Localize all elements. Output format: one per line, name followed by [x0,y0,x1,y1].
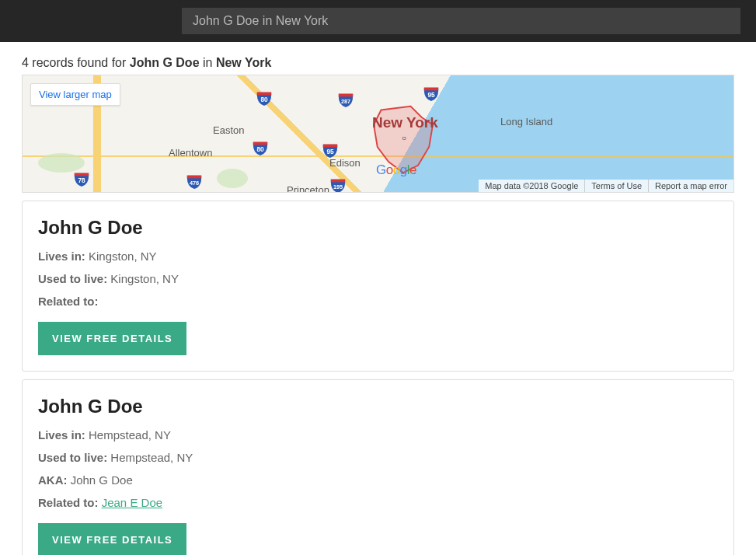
record-aka: AKA: John G Doe [38,473,718,487]
svg-text:476: 476 [190,180,199,187]
record-lives-in: Lives in: Kingston, NY [38,250,718,263]
aka-label: AKA: [38,473,68,487]
svg-text:195: 195 [333,183,343,190]
interstate-shield-icon: 287 [337,91,354,108]
interstate-shield-icon: 476 [186,173,203,190]
svg-rect-2 [339,94,353,97]
map-data-attribution: Map data ©2018 Google [479,180,584,192]
svg-rect-12 [75,173,89,176]
svg-text:80: 80 [260,96,268,103]
record-related-to: Related to: Jean E Doe [38,496,718,509]
map-label-easton: Easton [213,124,244,136]
interstate-shield-icon: 80 [256,89,273,106]
record-card: John G Doe Lives in: Kingston, NY Used t… [22,201,734,372]
map-footer: Map data ©2018 Google Terms of Use Repor… [479,180,733,192]
used-to-live-value: Hempstead, NY [110,451,193,464]
search-input[interactable] [182,8,740,34]
svg-text:78: 78 [78,177,85,184]
interstate-shield-icon: 195 [329,176,347,193]
svg-text:287: 287 [341,98,350,105]
map-label-princeton: Princeton [287,184,329,193]
summary-name: John G Doe [130,56,200,69]
map-terrain [217,169,248,188]
used-to-live-label: Used to live: [38,451,107,464]
svg-rect-14 [331,180,345,183]
svg-text:80: 80 [256,146,264,153]
svg-rect-8 [323,145,337,148]
record-used-to-live: Used to live: Hempstead, NY [38,451,718,464]
related-to-label: Related to: [38,295,99,308]
record-card: John G Doe Lives in: Hempstead, NY Used … [22,379,734,555]
view-details-button[interactable]: VIEW FREE DETAILS [38,322,186,355]
svg-text:95: 95 [427,92,435,99]
map-terms-link[interactable]: Terms of Use [584,180,648,192]
view-details-button[interactable]: VIEW FREE DETAILS [38,523,186,555]
used-to-live-label: Used to live: [38,272,107,285]
map-report-link[interactable]: Report a map error [648,180,733,192]
summary-prefix: 4 records found for [22,56,130,69]
record-used-to-live: Used to live: Kingston, NY [38,272,718,285]
lives-in-value: Hempstead, NY [89,428,171,442]
map-label-edison: Edison [329,157,361,169]
google-logo: Google [376,162,416,178]
used-to-live-value: Kingston, NY [110,272,179,285]
aka-value: John G Doe [71,473,133,487]
lives-in-value: Kingston, NY [89,250,157,263]
results-summary: 4 records found for John G Doe in New Yo… [22,56,734,70]
main-content: 4 records found for John G Doe in New Yo… [0,42,756,555]
interstate-shield-icon: 95 [423,85,440,102]
view-larger-map-button[interactable]: View larger map [30,83,120,106]
lives-in-label: Lives in: [38,428,85,442]
summary-mid: in [200,56,216,69]
svg-rect-0 [257,92,271,96]
record-name: John G Doe [38,217,718,239]
related-to-label: Related to: [38,496,99,509]
record-name: John G Doe [38,396,718,417]
map-label-new-york: New York [372,114,438,131]
interstate-shield-icon: 78 [73,170,90,187]
interstate-shield-icon: 80 [252,139,269,156]
header [0,0,756,42]
lives-in-label: Lives in: [38,250,85,263]
svg-text:95: 95 [326,148,334,155]
map-label-long-island: Long Island [500,116,552,127]
summary-location: New York [216,56,271,69]
svg-rect-6 [253,142,267,145]
related-to-link[interactable]: Jean E Doe [102,496,162,509]
map-marker-icon [402,130,409,138]
svg-rect-4 [424,88,438,91]
map[interactable]: View larger map New York Allentown Easto… [22,75,734,193]
svg-rect-10 [187,176,201,179]
interstate-shield-icon: 95 [322,141,339,159]
record-lives-in: Lives in: Hempstead, NY [38,428,718,442]
map-label-allentown: Allentown [169,147,212,159]
record-related-to: Related to: [38,295,718,308]
